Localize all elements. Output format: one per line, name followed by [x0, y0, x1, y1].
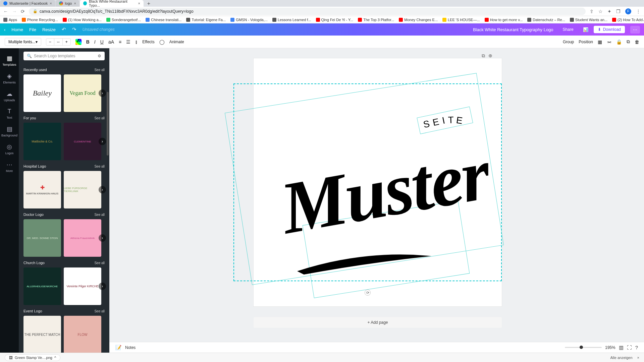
document-title[interactable]: Black White Restaurant Typography Logo	[473, 27, 553, 32]
help-icon[interactable]: ?	[635, 345, 638, 350]
lock-icon[interactable]: 🔒	[616, 39, 622, 45]
notes-icon[interactable]: 📝	[115, 345, 122, 351]
fullscreen-icon[interactable]: ⛶	[627, 345, 632, 350]
search-input[interactable]: 🔍 Search Logo templates ⚙	[23, 52, 105, 60]
notes-button[interactable]: Notes	[125, 345, 136, 350]
redo-icon[interactable]: ↷	[72, 26, 76, 33]
rail-elements[interactable]: ◈Elements	[0, 69, 19, 87]
underline-button[interactable]: U	[100, 39, 104, 45]
bookmark-item[interactable]: Qing Fei De Yi - Y...	[316, 18, 354, 22]
template-card[interactable]: LIEBE FÜRSORGE TIERKLINIK	[64, 171, 101, 208]
font-size-stepper[interactable]: − -- +	[46, 38, 71, 46]
share-button[interactable]: Share	[559, 26, 578, 33]
bookmark-item[interactable]: Phone Recycling...	[22, 18, 58, 22]
see-all-link[interactable]: See all	[94, 261, 105, 265]
undo-icon[interactable]: ↶	[62, 26, 66, 33]
template-card[interactable]: Aithena Frauenklinik	[64, 219, 101, 257]
add-page-button[interactable]: + Add page	[254, 317, 502, 328]
panel-scrollbar[interactable]	[107, 92, 109, 156]
show-all-downloads[interactable]: Alle anzeigen	[610, 356, 633, 360]
rail-more[interactable]: ⋯More	[0, 158, 19, 176]
template-card[interactable]: DR. MED. SONNE STEIN	[23, 219, 61, 257]
bookmark-item[interactable]: Apps	[3, 18, 17, 22]
see-all-link[interactable]: See all	[94, 309, 105, 313]
bookmark-item[interactable]: How to get more v...	[485, 18, 523, 22]
template-card[interactable]: Bailey	[23, 74, 61, 112]
template-card[interactable]: CLEMENTINE	[64, 123, 101, 160]
insights-icon[interactable]: 📊	[583, 27, 588, 32]
template-card[interactable]: Vereinte Pilger KIRCHE	[64, 267, 101, 305]
resize-menu[interactable]: Resize	[42, 27, 56, 32]
back-icon[interactable]: ←	[3, 9, 8, 14]
increase-size-button[interactable]: +	[63, 39, 70, 45]
template-card[interactable]: Mattlocke & Co.	[23, 123, 61, 160]
template-card[interactable]: THE PERFECT MATCH	[23, 316, 61, 353]
zoom-slider[interactable]	[565, 347, 602, 348]
filter-icon[interactable]: ⚙	[98, 54, 101, 58]
rail-logos[interactable]: ◎Logos	[0, 140, 19, 158]
italic-button[interactable]: I	[94, 39, 96, 45]
template-card[interactable]: ALLERHEILIGENKIRCHE	[23, 267, 61, 305]
new-tab-button[interactable]: +	[144, 1, 154, 7]
bookmark-item[interactable]: Lessons Learned f...	[272, 18, 311, 22]
kebab-icon[interactable]: ⋮	[636, 9, 641, 14]
bookmark-item[interactable]: The Top 3 Platfor...	[358, 18, 394, 22]
spacing-button[interactable]: ⫿	[135, 39, 138, 45]
downloaded-file[interactable]: 🖼 Green Stamp Ve....png ^	[5, 354, 60, 361]
decrease-size-button[interactable]: −	[46, 39, 54, 45]
template-card[interactable]: FLOW	[64, 316, 101, 353]
bookmark-item[interactable]: Sonderangebot!...	[106, 18, 141, 22]
rail-text[interactable]: TText	[0, 105, 19, 122]
delete-icon[interactable]: 🗑	[635, 39, 639, 45]
animate-button[interactable]: Animate	[169, 40, 184, 44]
home-button[interactable]: Home	[11, 27, 23, 32]
rotate-handle-icon[interactable]: ⟳	[365, 290, 371, 296]
profile-avatar[interactable]: F	[625, 8, 631, 14]
bookmark-item[interactable]: Tutorial: Eigene Fa...	[186, 18, 226, 22]
effects-button[interactable]: Effects	[142, 40, 154, 44]
extension-icon[interactable]: ✦	[607, 9, 611, 14]
download-button[interactable]: ⬇Download	[594, 26, 625, 33]
position-button[interactable]: Position	[579, 40, 593, 44]
rail-templates[interactable]: ▦Templates	[0, 52, 19, 69]
text-color-button[interactable]	[75, 39, 82, 45]
scroll-right-icon[interactable]: ›	[99, 138, 106, 145]
zoom-value[interactable]: 195%	[605, 345, 615, 350]
bookmark-item[interactable]: Chinese translati...	[146, 18, 181, 22]
rail-background[interactable]: ▤Background	[0, 122, 19, 140]
see-all-link[interactable]: See all	[94, 116, 105, 120]
slider-thumb[interactable]	[580, 346, 583, 349]
rail-uploads[interactable]: ☁Uploads	[0, 87, 19, 105]
transparency-icon[interactable]: ▦	[598, 39, 602, 45]
bookmark-item[interactable]: (1) How Working a...	[63, 18, 102, 22]
alignment-button[interactable]: ≡	[119, 39, 121, 45]
canvas-area[interactable]: ⧉ ⊕ Muster SEITE ⟳ + Add page	[109, 48, 644, 353]
browser-tab[interactable]: Musterseite | Facebook ×	[0, 0, 55, 7]
list-button[interactable]: ☰	[126, 39, 130, 45]
duplicate-page-icon[interactable]: ⧉	[482, 53, 485, 59]
browser-tab[interactable]: logo ×	[56, 0, 79, 7]
scroll-right-icon[interactable]: ›	[99, 283, 106, 290]
forward-icon[interactable]: →	[12, 9, 17, 14]
file-menu[interactable]: File	[29, 27, 36, 32]
scroll-right-icon[interactable]: ›	[99, 89, 106, 97]
star-icon[interactable]: ☆	[598, 9, 603, 14]
chevron-up-icon[interactable]: ^	[54, 356, 56, 360]
link-icon[interactable]: ⫘	[607, 39, 611, 45]
bookmark-item[interactable]: Money Changes E...	[399, 18, 438, 22]
font-size-value[interactable]: --	[54, 39, 63, 45]
browser-tab-active[interactable]: Black White Restaurant Typo... ×	[80, 0, 144, 7]
close-icon[interactable]: ×	[50, 1, 52, 5]
swoosh-underline[interactable]	[294, 253, 435, 276]
font-family-select[interactable]: Multiple fonts... ▾	[5, 38, 41, 46]
template-card[interactable]: ✚MARTIN KRANKEN-HAUS	[23, 171, 61, 208]
see-all-link[interactable]: See all	[94, 213, 105, 217]
close-icon[interactable]: ×	[74, 1, 76, 5]
see-all-link[interactable]: See all	[94, 165, 105, 168]
close-icon[interactable]: ×	[138, 1, 140, 5]
bookmark-item[interactable]: GMSN - Vologda,...	[230, 18, 268, 22]
group-button[interactable]: Group	[563, 40, 574, 44]
add-page-icon[interactable]: ⊕	[488, 53, 492, 59]
bold-button[interactable]: B	[86, 39, 90, 45]
scroll-right-icon[interactable]: ›	[99, 186, 106, 193]
